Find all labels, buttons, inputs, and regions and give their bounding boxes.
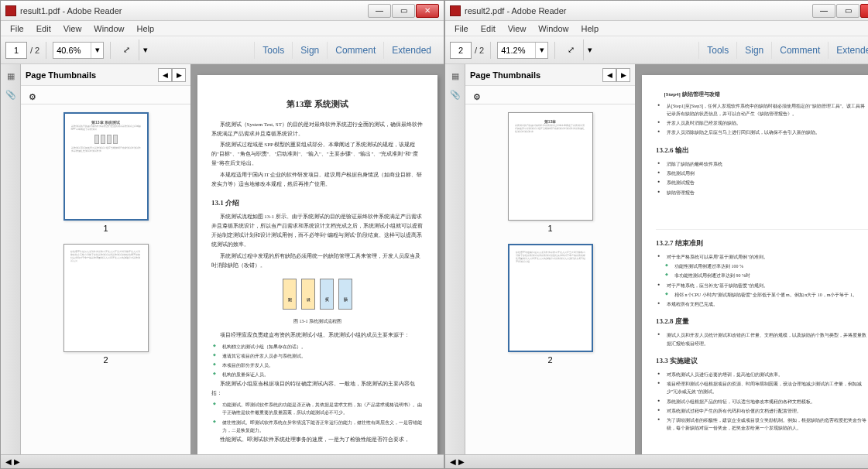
tab-extended[interactable]: Extended — [383, 42, 439, 59]
doc-caption: 图 13-1 系统测试流程图 — [211, 317, 424, 325]
thumbnail-2[interactable]: 缺陷管理从任何人发现软件系统中开发人员应当及时消除开发人员消除缺陷之后输出消除了… — [60, 244, 153, 365]
list-item: 缺陷管理报告 — [667, 189, 868, 197]
status-nav-icon[interactable]: ◀ ▶ — [450, 457, 465, 466]
zoom-dropdown-icon[interactable]: ▾ — [535, 43, 547, 58]
menu-window[interactable]: Window — [87, 22, 130, 34]
list-item: 项目经理和测试小组根据项目的资源、时间等限制因素，设法合理地减少测试的工作量，例… — [667, 380, 868, 395]
sidebar-title: Page Thumbnails — [470, 70, 602, 80]
page-total: / 2 — [30, 46, 39, 55]
doc-heading: 13.2.7 结束准则 — [656, 238, 868, 249]
prev-thumb-icon[interactable]: ◀ — [158, 68, 172, 82]
tab-comment[interactable]: Comment — [771, 42, 828, 59]
page-input[interactable] — [450, 42, 472, 59]
next-thumb-icon[interactable]: ▶ — [616, 68, 630, 82]
doc-heading: 13.2.8 度量 — [656, 316, 868, 327]
page-total: / 2 — [475, 46, 484, 55]
doc-diagram: 制定设计执行缺陷 — [211, 279, 424, 310]
toolbar: / 2 ▾ ⤢ ▾ Tools Sign Comment Extended — [1, 36, 444, 64]
list-item: 机构独立的测试小组（如果存在的话）。 — [222, 343, 424, 351]
sidebar-title: Page Thumbnails — [26, 70, 158, 80]
menu-view[interactable]: View — [502, 22, 533, 34]
tool-dropdown-icon[interactable]: ▾ — [139, 39, 151, 60]
thumb-options-icon[interactable]: ⚙ — [23, 88, 42, 105]
list-item: 邀请其它项目的开发人员参与系统测试。 — [222, 352, 424, 360]
attachment-rail-icon[interactable]: 📎 — [448, 87, 462, 101]
maximize-button[interactable]: ▭ — [392, 4, 415, 18]
list-item: 健壮性测试。即测试软件系统在异常情况下能否正常运行的能力，健壮性有两层含义，一是… — [222, 419, 424, 434]
left-rail: ▦ 📎 — [445, 64, 465, 454]
tool-dropdown-icon[interactable]: ▾ — [583, 39, 595, 60]
expand-tool-icon[interactable]: ⤢ — [561, 42, 580, 59]
list-item: 本规程所有文档已完成。 — [667, 300, 868, 308]
window-left: result1.pdf - Adobe Reader — ▭ ✕ File Ed… — [0, 0, 444, 469]
list-item: 测试人员和开发人员统计测试和改错的工作量、文档的规模，以及缺陷的个数与类型，并将… — [667, 331, 868, 347]
list-item: 系统测试用例 — [667, 169, 868, 177]
list-item: 系统测试小组根据产品的特征，可以适当地修改本规程的各种文档模板。 — [667, 398, 868, 406]
thumb-label: 2 — [547, 355, 552, 365]
expand-tool-icon[interactable]: ⤢ — [117, 42, 136, 59]
zoom-input[interactable] — [53, 46, 91, 55]
doc-text: 系统测试（System Test, ST）的目的是对最终软件系统进行全面的测试，… — [211, 121, 424, 139]
thumbnail-2[interactable]: 缺陷管理与改错从任何人发现软件系统中开发人员应当及时消除输出消除了缺陷系统测试用… — [504, 244, 597, 365]
doc-title: 第13章 系统测试 — [211, 97, 424, 111]
list-item: 本项目的部分开发人员。 — [222, 361, 424, 369]
document-page: [Step4] 缺陷管理与改错 从[Step1]至[Step3]，任何人发现软件… — [642, 75, 868, 454]
sidebar-thumbnails: Page Thumbnails ◀ ▶ ⚙ 第13章 系统测试 系统测试的目的是… — [21, 64, 191, 454]
pdf-icon — [450, 5, 461, 16]
menu-edit[interactable]: Edit — [30, 22, 57, 34]
zoom-dropdown-icon[interactable]: ▾ — [91, 43, 103, 58]
menu-window[interactable]: Window — [532, 22, 575, 34]
menu-view[interactable]: View — [57, 22, 88, 34]
list-item: 功能测试。即测试软件系统的功能是否正确，其依据是需求文档，如《产品需求规格说明书… — [222, 401, 424, 416]
thumb-label: 1 — [103, 224, 108, 233]
doc-text: [Step4] 缺陷管理与改错 — [656, 91, 868, 100]
document-viewport[interactable]: 第13章 系统测试 系统测试（System Test, ST）的目的是对最终软件… — [191, 64, 444, 454]
doc-heading: 13.1 介绍 — [211, 197, 424, 209]
left-rail: ▦ 📎 — [1, 64, 21, 454]
list-item: 机构的质量保证人员。 — [222, 371, 424, 378]
attachment-rail-icon[interactable]: 📎 — [4, 87, 18, 101]
menu-help[interactable]: Help — [575, 22, 605, 34]
menu-help[interactable]: Help — [130, 22, 160, 34]
tab-tools[interactable]: Tools — [254, 42, 292, 59]
thumbnail-1[interactable]: 第13章 系统测试的目的是对最终软件系统测试过程域本章阐述了系统测试流程如图所示… — [504, 112, 597, 233]
thumbnail-1[interactable]: 第13章 系统测试 系统测试的目的是对最终软件系统进行全面的测试系统测试过程域是… — [60, 112, 153, 233]
window-title: result1.pdf - Adobe Reader — [20, 6, 367, 15]
tab-tools[interactable]: Tools — [698, 42, 736, 59]
statusbar: ◀ ▶ — [1, 454, 444, 468]
thumbnails-rail-icon[interactable]: ▦ — [448, 69, 462, 83]
prev-thumb-icon[interactable]: ◀ — [602, 68, 616, 82]
thumbnails-rail-icon[interactable]: ▦ — [4, 69, 18, 83]
menu-edit[interactable]: Edit — [475, 22, 502, 34]
pdf-icon — [5, 5, 16, 16]
doc-text: 性能测试。即测试软件系统处理事务的速度，一是为了检验性能是否符合要求， — [211, 436, 424, 445]
page-input[interactable] — [5, 42, 27, 59]
document-viewport[interactable]: [Step4] 缺陷管理与改错 从[Step1]至[Step3]，任何人发现软件… — [636, 64, 868, 454]
doc-text: 本规程适用于国内 IT 企业的软件研发项目。建议用户根据自身情况（如商业目标、研… — [211, 171, 424, 190]
tab-sign[interactable]: Sign — [736, 42, 771, 59]
close-button[interactable]: ✕ — [416, 4, 439, 18]
maximize-button[interactable]: ▭ — [836, 4, 859, 18]
doc-text: 系统测试过程中发现的所有缺陷必须用统一的缺陷管理工具来管理，开发人员应当及时消除… — [211, 252, 424, 271]
tab-sign[interactable]: Sign — [292, 42, 327, 59]
titlebar: result1.pdf - Adobe Reader — ▭ ✕ — [1, 1, 444, 21]
list-item: 开发人员及时消除已经发现的缺陷。 — [667, 119, 868, 127]
status-nav-icon[interactable]: ◀ ▶ — [5, 457, 20, 466]
doc-text: 系统测试小组应当根据项目的特征确定测试内容。一般地，系统测试的主要内容包括： — [211, 380, 424, 399]
titlebar: result2.pdf - Adobe Reader — ▭ ✕ — [445, 1, 868, 21]
minimize-button[interactable]: — — [812, 4, 835, 18]
menu-file[interactable]: File — [4, 22, 30, 34]
close-button[interactable]: ✕ — [860, 4, 868, 18]
thumb-options-icon[interactable]: ⚙ — [468, 88, 486, 105]
list-item: 功能性测试用例通过率达到 100 % — [674, 262, 868, 270]
tab-extended[interactable]: Extended — [828, 42, 868, 59]
zoom-input[interactable] — [498, 46, 535, 55]
doc-heading: 13.3 实施建议 — [656, 355, 868, 367]
next-thumb-icon[interactable]: ▶ — [172, 68, 186, 82]
menu-file[interactable]: File — [448, 22, 475, 34]
minimize-button[interactable]: — — [368, 4, 391, 18]
menubar: File Edit View Window Help — [1, 21, 444, 36]
list-item: 为了调动测试者的积极性，建议企业或项目设立奖励机制。例如，根据缺陷的危害程度把奖… — [667, 416, 868, 432]
menubar: File Edit View Window Help — [445, 21, 868, 36]
tab-comment[interactable]: Comment — [327, 42, 383, 59]
